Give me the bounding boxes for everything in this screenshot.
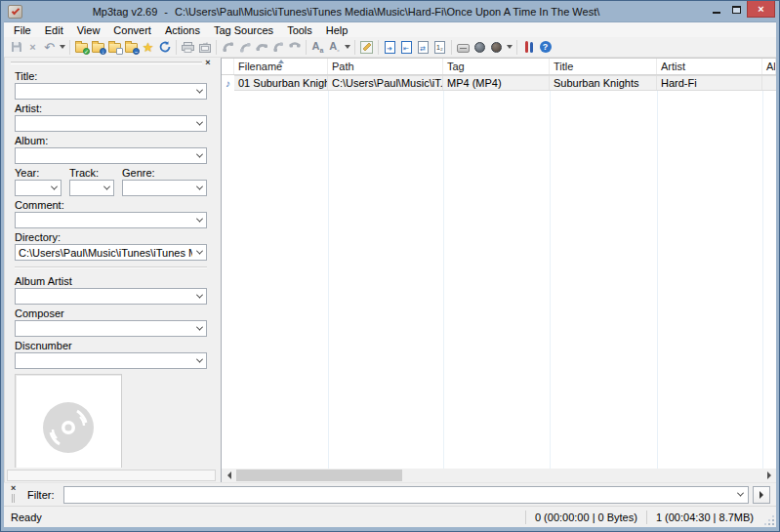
artist-field[interactable] [15, 115, 207, 132]
web-source-icon[interactable] [472, 38, 488, 57]
tag-handset-icon[interactable] [286, 38, 303, 57]
filter-input[interactable] [64, 488, 733, 502]
auto-numbering-wizard-icon[interactable]: 1₂ [431, 38, 448, 57]
table-horizontal-scrollbar[interactable] [222, 469, 776, 482]
discnumber-dropdown-icon[interactable] [192, 353, 206, 368]
column-title[interactable]: Title [550, 59, 657, 74]
directory-dropdown-icon[interactable] [192, 245, 206, 260]
album-dropdown-icon[interactable] [192, 148, 206, 163]
tag-handset-icon[interactable] [220, 38, 236, 57]
cd-tray-icon[interactable] [455, 38, 472, 57]
year-field[interactable] [15, 180, 62, 196]
album-artist-dropdown-icon[interactable] [192, 289, 206, 304]
filter-close-icon[interactable]: × [11, 484, 16, 493]
menu-help[interactable]: Help [319, 22, 355, 37]
filter-grip[interactable] [12, 494, 15, 503]
filter-apply-button[interactable] [753, 486, 770, 504]
album-artist-field[interactable] [15, 288, 207, 305]
tag-panel-header: × [5, 58, 218, 67]
actions-icon[interactable]: A▫ [326, 38, 343, 57]
main-area: × Title: Artist: Album: [4, 58, 776, 482]
comment-field[interactable] [15, 212, 207, 228]
discnumber-field[interactable] [15, 352, 207, 369]
title-separator: - [157, 6, 175, 18]
case-conversion-icon[interactable]: Aa [309, 38, 326, 57]
menu-tag-sources[interactable]: Tag Sources [207, 22, 280, 37]
artist-dropdown-icon[interactable] [192, 116, 206, 131]
add-directory-icon[interactable]: ↓ [90, 38, 106, 57]
playlist-directory-icon[interactable] [106, 38, 123, 57]
menu-actions[interactable]: Actions [158, 22, 207, 37]
scroll-right-icon[interactable] [761, 469, 776, 482]
title-bar[interactable]: Mp3tag v2.69-C:\Users\Paul\Music\iTunes\… [4, 1, 776, 21]
album-field[interactable] [15, 147, 207, 164]
column-tag[interactable]: Tag [443, 59, 550, 74]
title-field[interactable] [15, 83, 207, 100]
tag-to-filename-icon[interactable]: ➜ [382, 38, 398, 57]
genre-field[interactable] [122, 180, 207, 196]
panel-grip[interactable] [11, 61, 202, 64]
tag-handset-icon[interactable] [253, 38, 269, 57]
cell-title: Suburban Knights [550, 76, 657, 90]
case-icon[interactable] [196, 38, 213, 57]
window-controls: × [706, 1, 775, 18]
help-icon[interactable]: ? [537, 38, 554, 57]
album-art-box[interactable] [15, 374, 122, 468]
column-album[interactable]: Album [762, 59, 776, 74]
filter-label: Filter: [23, 489, 63, 501]
composer-label: Composer [15, 307, 207, 320]
tag-handset-icon[interactable] [236, 38, 253, 57]
undo-menu-caret-icon[interactable] [58, 38, 66, 57]
filter-input-wrap [63, 486, 750, 504]
filter-dropdown-icon[interactable] [732, 487, 748, 503]
resize-grip[interactable] [764, 515, 774, 525]
edit-tag-icon[interactable] [358, 38, 375, 57]
filename-to-tag-icon[interactable]: ⇤ [398, 38, 415, 57]
comment-dropdown-icon[interactable] [192, 213, 206, 227]
menu-tools[interactable]: Tools [280, 22, 319, 37]
track-dropdown-icon[interactable] [100, 181, 113, 195]
toolbar: × ↶ ✓ ↓ ~ ★ Aa [4, 37, 776, 58]
web-source-menu-caret-icon[interactable] [505, 38, 513, 57]
scroll-left-icon[interactable] [222, 469, 236, 482]
filter-bar: × Filter: [4, 482, 776, 506]
column-artist[interactable]: Artist [657, 59, 762, 74]
panel-horizontal-scrollbar[interactable] [7, 470, 216, 481]
directory-field[interactable]: C:\Users\Paul\Music\iTunes\iTunes Media\… [15, 244, 207, 261]
close-button[interactable]: × [747, 1, 775, 18]
save-tag-icon[interactable] [8, 38, 24, 57]
refresh-icon[interactable] [156, 38, 173, 57]
discnumber-label: Discnumber [15, 340, 207, 352]
printer-icon[interactable] [180, 38, 196, 57]
remove-tag-icon[interactable]: × [24, 38, 41, 57]
tag-handset-icon[interactable] [269, 38, 286, 57]
year-dropdown-icon[interactable] [47, 181, 61, 195]
grid-line [657, 75, 658, 469]
table-row[interactable]: ♪ 01 Suburban Knights 1.... C:\Users\Pau… [222, 75, 776, 91]
column-path[interactable]: Path [328, 59, 443, 74]
change-directory-icon[interactable]: ✓ [73, 38, 90, 57]
favorite-directories-icon[interactable]: ★ [140, 38, 156, 57]
web-directory-icon[interactable]: ~ [123, 38, 140, 57]
web-source-alt-icon[interactable] [488, 38, 505, 57]
composer-field[interactable] [15, 320, 207, 337]
panel-close-icon[interactable]: × [202, 58, 214, 67]
minimize-button[interactable] [706, 1, 726, 18]
track-field[interactable] [69, 180, 114, 196]
menu-file[interactable]: File [7, 22, 38, 37]
genre-dropdown-icon[interactable] [192, 181, 206, 195]
composer-dropdown-icon[interactable] [192, 321, 206, 336]
maximize-button[interactable] [726, 1, 747, 18]
options-icon[interactable] [520, 38, 537, 57]
status-selected-info: 0 (00:00:00 | 0 Bytes) [525, 511, 646, 524]
title-dropdown-icon[interactable] [192, 84, 206, 99]
actions-menu-caret-icon[interactable] [343, 38, 351, 57]
menu-edit[interactable]: Edit [38, 22, 70, 37]
menu-view[interactable]: View [70, 22, 107, 37]
scrollbar-track[interactable] [236, 469, 761, 482]
menu-convert[interactable]: Convert [106, 22, 158, 37]
scrollbar-thumb[interactable] [236, 470, 402, 481]
filename-to-filename-icon[interactable]: ⇄ [415, 38, 431, 57]
undo-icon[interactable]: ↶ [41, 38, 58, 57]
column-icon-header[interactable] [222, 59, 234, 74]
